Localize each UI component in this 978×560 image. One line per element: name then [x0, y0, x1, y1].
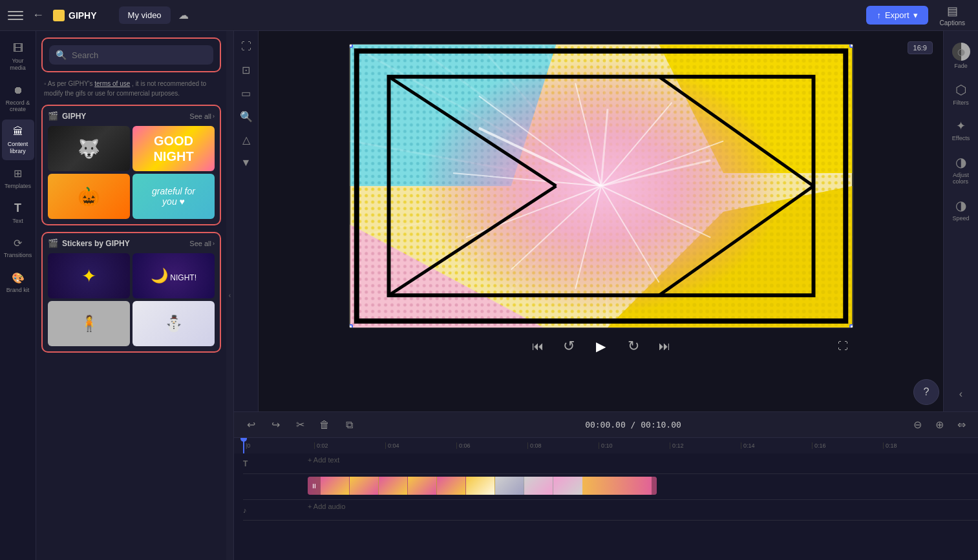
frame-9 — [553, 477, 582, 495]
gif-item-1[interactable]: 🐺 — [48, 126, 130, 171]
video-track-pause-icon: ⏸ — [308, 477, 321, 495]
skip-forward-button[interactable]: ⏭ — [654, 336, 675, 357]
toolbar-crop-btn[interactable]: ⊡ — [236, 59, 257, 80]
toolbar-fullscreen-btn[interactable]: ⛶ — [236, 36, 257, 57]
resize-handle-bottom-left[interactable] — [349, 324, 353, 328]
giphy-section-name: GIPHY — [62, 112, 86, 121]
add-audio-label[interactable]: + Add audio — [308, 503, 345, 510]
panel-notice: ◦ As per GIPHY's terms of use , it is no… — [36, 76, 226, 105]
ruler-mark-6: 0:12 — [670, 442, 741, 449]
left-sidebar: 🎞 Your media ⏺ Record &create 🏛 Contentl… — [0, 31, 36, 560]
sidebar-label-brand-kit: Brand kit — [6, 287, 30, 294]
search-input[interactable] — [72, 50, 207, 60]
zoom-in-button[interactable]: ⊕ — [930, 416, 948, 434]
text-track-content[interactable]: + Add text — [308, 453, 978, 473]
timeline-toolbar: ↩ ↪ ✂ 🗑 ⧉ 00:00.00 / 00:10.00 ⊖ ⊕ ⇔ — [234, 412, 978, 438]
stickers-section: 🎬 Stickers by GIPHY See all › ✦ 🌙 NIGHT! — [41, 232, 221, 353]
toolbar-shape-btn[interactable]: △ — [236, 129, 257, 150]
fast-forward-button[interactable]: ↻ — [623, 336, 644, 357]
video-track-block[interactable]: ⏸ — [308, 477, 657, 495]
resize-handle-bottom-right[interactable] — [849, 324, 853, 328]
panel-collapse-handle[interactable]: ‹ — [226, 31, 234, 560]
cut-button[interactable]: ✂ — [291, 416, 309, 434]
help-bubble[interactable]: ? — [913, 379, 939, 405]
play-button[interactable]: ▶ — [590, 335, 613, 358]
captions-panel[interactable]: ▤ Captions — [935, 4, 970, 26]
panel: 🔍 ◦ As per GIPHY's terms of use , it is … — [36, 31, 226, 560]
fade-label: Fade — [954, 63, 968, 69]
sidebar-item-text[interactable]: T Text — [2, 196, 34, 230]
resize-handle-top-left[interactable] — [349, 44, 353, 48]
resize-handle-top-right[interactable] — [849, 44, 853, 48]
frame-7 — [495, 477, 524, 495]
giphy-see-all[interactable]: See all › — [189, 112, 215, 120]
export-button[interactable]: ↑ Export ▾ — [866, 6, 928, 25]
redo-button[interactable]: ↪ — [266, 416, 284, 434]
skip-back-button[interactable]: ⏮ — [527, 336, 548, 357]
adjust-colors-icon: ◑ — [955, 154, 966, 170]
sidebar-label-your-media: Your media — [5, 57, 32, 72]
sticker-item-3[interactable]: 🧍 — [48, 301, 130, 346]
expand-button[interactable]: ⇔ — [952, 416, 970, 434]
text-track-icon: T — [243, 459, 248, 468]
frame-3 — [379, 477, 408, 495]
terms-of-use-link[interactable]: terms of use — [94, 80, 130, 87]
add-text-label[interactable]: + Add text — [308, 456, 339, 464]
gif-item-2[interactable]: GOODNIGHT — [133, 126, 215, 171]
text-icon: T — [11, 202, 25, 216]
tab-my-video[interactable]: My video — [119, 6, 171, 24]
cloud-save-icon[interactable]: ☁ — [173, 5, 194, 26]
right-tool-fade[interactable]: ◑ Fade — [946, 37, 976, 74]
video-preview — [349, 44, 853, 328]
topbar-right: ↑ Export ▾ ▤ Captions — [866, 4, 970, 26]
ruler-mark-1: 0:02 — [314, 442, 385, 449]
collapse-right-panel[interactable]: ‹ — [946, 383, 976, 405]
gif-item-4[interactable]: grateful foryou ♥ — [133, 174, 215, 219]
sticker-item-2[interactable]: 🌙 NIGHT! — [133, 253, 215, 298]
audio-track-content[interactable]: + Add audio — [308, 500, 978, 520]
ruler-mark-8: 0:16 — [812, 442, 883, 449]
track-end-handle[interactable] — [652, 477, 657, 495]
ruler-marks: |0 0:02 0:04 0:06 0:08 0:10 0:12 0:14 0:… — [243, 442, 978, 449]
effects-label: Effects — [952, 135, 970, 141]
rewind-button[interactable]: ↺ — [558, 336, 579, 357]
delete-button[interactable]: 🗑 — [315, 416, 334, 434]
sidebar-item-brand-kit[interactable]: 🎨 Brand kit — [2, 265, 34, 299]
playhead-line — [243, 438, 244, 453]
sticker-icon-2: 🌙 NIGHT! — [151, 267, 197, 284]
preview-fullscreen-button[interactable]: ⛶ — [833, 336, 853, 357]
clip-button[interactable]: ⧉ — [340, 416, 358, 434]
sidebar-item-your-media[interactable]: 🎞 Your media — [2, 36, 34, 77]
toolbar-arrow-btn[interactable]: ▼ — [236, 152, 257, 173]
comic-canvas — [350, 45, 853, 327]
sidebar-item-transitions[interactable]: ⟳ Transitions — [2, 231, 34, 264]
right-tool-speed[interactable]: ◑ Speed — [946, 192, 976, 227]
zoom-out-button[interactable]: ⊖ — [908, 416, 926, 434]
toolbar-search-btn[interactable]: 🔍 — [236, 106, 257, 127]
sidebar-item-record-create[interactable]: ⏺ Record &create — [2, 78, 34, 119]
frame-8 — [524, 477, 553, 495]
toolbar-screen-btn[interactable]: ▭ — [236, 83, 257, 103]
sidebar-item-content-library[interactable]: 🏛 Contentlibrary — [2, 119, 34, 160]
sidebar-item-templates[interactable]: ⊞ Templates — [2, 161, 34, 195]
right-tool-effects[interactable]: ✦ Effects — [946, 114, 976, 147]
sticker-item-1[interactable]: ✦ — [48, 253, 130, 298]
sticker-item-4[interactable]: ⛄ — [133, 301, 215, 346]
ruler-mark-5: 0:10 — [599, 442, 670, 449]
gif-item-3[interactable]: 🎃 — [48, 174, 130, 219]
transitions-icon: ⟳ — [11, 236, 25, 250]
aspect-ratio-badge[interactable]: 16:9 — [908, 41, 933, 54]
hamburger-menu[interactable] — [8, 8, 23, 23]
giphy-section: 🎬 GIPHY See all › 🐺 GOODNIGHT 🎃 — [41, 105, 221, 225]
frame-4 — [408, 477, 437, 495]
stickers-see-all[interactable]: See all › — [189, 240, 215, 247]
frame-6 — [466, 477, 495, 495]
playback-controls: ⏮ ↺ ▶ ↻ ⏭ ⛶ — [349, 335, 853, 358]
sidebar-label-templates: Templates — [5, 183, 31, 190]
right-tool-filters[interactable]: ⬡ Filters — [946, 77, 976, 111]
back-button[interactable]: ← — [30, 6, 47, 25]
time-separator: / — [631, 420, 641, 430]
right-tool-adjust-colors[interactable]: ◑ Adjustcolors — [946, 149, 976, 190]
undo-button[interactable]: ↩ — [242, 416, 260, 434]
sidebar-label-record: Record &create — [6, 99, 30, 114]
